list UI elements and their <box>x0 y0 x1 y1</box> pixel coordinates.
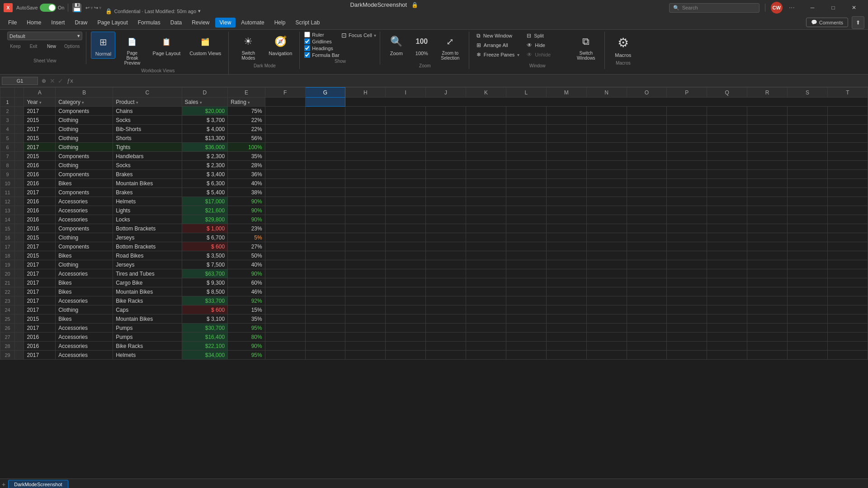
cell-m-28[interactable] <box>546 342 586 351</box>
cell-n-5[interactable] <box>586 134 627 143</box>
cell-s-25[interactable] <box>788 314 828 324</box>
cell-rating-23[interactable]: 92% <box>228 296 265 305</box>
cell-i-2[interactable] <box>386 107 426 116</box>
cell-year-24[interactable]: 2017 <box>24 305 56 314</box>
sheet-tab-main[interactable]: DarkModeScreenshot <box>8 480 68 488</box>
cell-m-2[interactable] <box>546 107 586 116</box>
cell-product-5[interactable]: Shorts <box>113 134 182 143</box>
cell-category-8[interactable]: Clothing <box>56 161 113 170</box>
cell-h-5[interactable] <box>345 134 386 143</box>
cell-i-10[interactable] <box>386 179 426 188</box>
cell-g-24[interactable] <box>305 305 345 314</box>
sheet-view-keep[interactable]: Keep <box>7 42 24 51</box>
cell-g-21[interactable] <box>305 278 345 287</box>
cell-m-3[interactable] <box>546 116 586 125</box>
cell-h-21[interactable] <box>345 278 386 287</box>
cell-q-27[interactable] <box>707 333 747 342</box>
menu-review[interactable]: Review <box>187 18 214 28</box>
cell-sales-14[interactable]: $29,800 <box>182 215 228 224</box>
cell-m-27[interactable] <box>546 333 586 342</box>
cell-k-6[interactable] <box>466 143 506 152</box>
cell-r-20[interactable] <box>747 269 788 278</box>
cell-t-18[interactable] <box>827 251 868 260</box>
cell-i-8[interactable] <box>386 161 426 170</box>
cell-s-22[interactable] <box>788 287 828 296</box>
cell-f-19[interactable] <box>265 260 305 269</box>
cell-j-19[interactable] <box>426 260 466 269</box>
cell-k-4[interactable] <box>466 125 506 134</box>
cell-s-5[interactable] <box>788 134 828 143</box>
cell-i-4[interactable] <box>386 125 426 134</box>
cell-r-24[interactable] <box>747 305 788 314</box>
col-header-h[interactable]: H <box>345 88 386 98</box>
undo-icon[interactable]: ↩ <box>85 5 90 11</box>
cell-n-20[interactable] <box>586 269 627 278</box>
cell-o-29[interactable] <box>627 351 667 360</box>
cell-l-20[interactable] <box>506 269 546 278</box>
cell-f-15[interactable] <box>265 224 305 233</box>
cell-rating-25[interactable]: 35% <box>228 314 265 324</box>
cell-rating-21[interactable]: 60% <box>228 278 265 287</box>
cell-s-2[interactable] <box>788 107 828 116</box>
cell-category-25[interactable]: Bikes <box>56 314 113 324</box>
cell-j-22[interactable] <box>426 287 466 296</box>
cell-category-24[interactable]: Clothing <box>56 305 113 314</box>
cell-o-19[interactable] <box>627 260 667 269</box>
cell-k-17[interactable] <box>466 242 506 251</box>
col-header-n[interactable]: N <box>586 88 627 98</box>
cell-r-5[interactable] <box>747 134 788 143</box>
cell-g-18[interactable] <box>305 251 345 260</box>
cell-t-4[interactable] <box>827 125 868 134</box>
cell-g-26[interactable] <box>305 324 345 333</box>
cell-h-12[interactable] <box>345 197 386 206</box>
cell-h-17[interactable] <box>345 242 386 251</box>
cell-m-4[interactable] <box>546 125 586 134</box>
cell-k-7[interactable] <box>466 152 506 161</box>
user-avatar[interactable]: CW <box>771 2 783 14</box>
cell-product-9[interactable]: Brakes <box>113 170 182 179</box>
cell-product-25[interactable]: Mountain Bikes <box>113 314 182 324</box>
menu-page-layout[interactable]: Page Layout <box>93 18 132 28</box>
cell-f-28[interactable] <box>265 342 305 351</box>
menu-formulas[interactable]: Formulas <box>133 18 165 28</box>
cell-year-6[interactable]: 2017 <box>24 143 56 152</box>
cell-l-7[interactable] <box>506 152 546 161</box>
cell-rating-26[interactable]: 95% <box>228 324 265 333</box>
cell-l-24[interactable] <box>506 305 546 314</box>
cell-g-20[interactable] <box>305 269 345 278</box>
cell-category-7[interactable]: Components <box>56 152 113 161</box>
cell-m-5[interactable] <box>546 134 586 143</box>
cell-p-10[interactable] <box>667 179 707 188</box>
cell-year-16[interactable]: 2015 <box>24 233 56 242</box>
cell-rating-16[interactable]: 5% <box>228 233 265 242</box>
cell-m-7[interactable] <box>546 152 586 161</box>
cell-t-9[interactable] <box>827 170 868 179</box>
cell-j-7[interactable] <box>426 152 466 161</box>
cell-r-21[interactable] <box>747 278 788 287</box>
cell-p-2[interactable] <box>667 107 707 116</box>
cell-r-2[interactable] <box>747 107 788 116</box>
cell-f-23[interactable] <box>265 296 305 305</box>
cell-year-11[interactable]: 2017 <box>24 188 56 197</box>
cell-m-14[interactable] <box>546 215 586 224</box>
cell-o-9[interactable] <box>627 170 667 179</box>
cell-j-8[interactable] <box>426 161 466 170</box>
cell-i-11[interactable] <box>386 188 426 197</box>
cell-category-14[interactable]: Accessories <box>56 215 113 224</box>
cell-s-12[interactable] <box>788 197 828 206</box>
col-header-t[interactable]: T <box>827 88 868 98</box>
cell-q-22[interactable] <box>707 287 747 296</box>
cell-i-14[interactable] <box>386 215 426 224</box>
cell-product-13[interactable]: Lights <box>113 206 182 215</box>
cell-q-13[interactable] <box>707 206 747 215</box>
cell-sales-29[interactable]: $34,000 <box>182 351 228 360</box>
col-header-g[interactable]: G <box>305 88 345 98</box>
cell-r-8[interactable] <box>747 161 788 170</box>
cell-k-8[interactable] <box>466 161 506 170</box>
cell-rating-9[interactable]: 36% <box>228 170 265 179</box>
cell-q-19[interactable] <box>707 260 747 269</box>
cell-i-20[interactable] <box>386 269 426 278</box>
cell-g-25[interactable] <box>305 314 345 324</box>
cell-l-16[interactable] <box>506 233 546 242</box>
cell-p-6[interactable] <box>667 143 707 152</box>
